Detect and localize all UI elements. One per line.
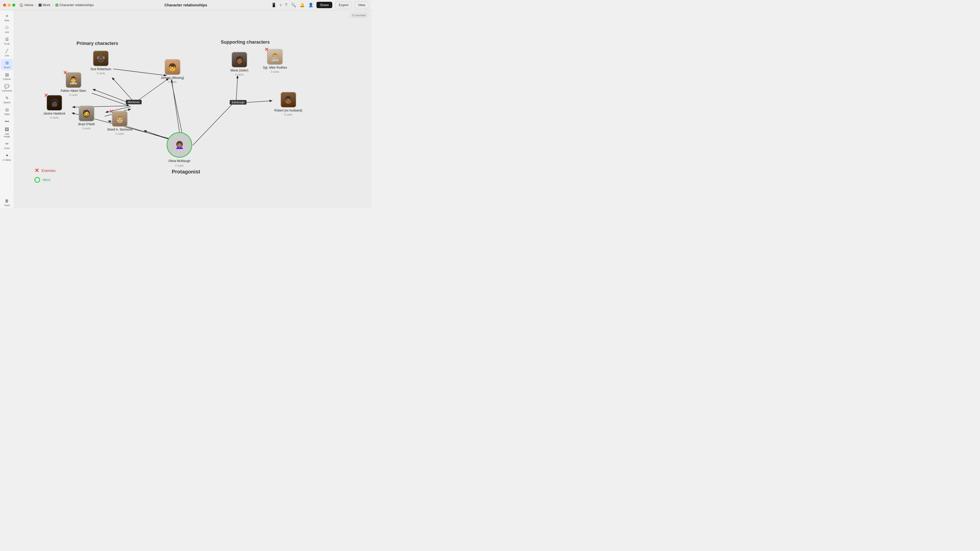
breadcrumb-home[interactable]: 🏠 Home xyxy=(19,3,33,7)
svg-line-2 xyxy=(93,89,130,103)
char-node-robert[interactable]: 👨🏾 Robert (ex husband) 0 cards xyxy=(274,92,302,116)
table-icon: ⊟ xyxy=(5,107,9,112)
share-button[interactable]: Share xyxy=(317,2,332,8)
char-node-maria[interactable]: 👩🏾 Maria (sister) 0 cards xyxy=(231,52,248,76)
char-cards-janine: 0 cards xyxy=(50,116,59,119)
view-button[interactable]: View xyxy=(355,2,369,8)
char-node-brad[interactable]: 🧔 Brad O'Neill 0 cards xyxy=(78,106,95,130)
sidebar-label-add-image: Add image xyxy=(2,133,12,138)
char-node-janine[interactable]: ✕ 👩🏿 Janine Haddock 0 cards xyxy=(43,95,65,119)
sidebar-item-trash[interactable]: 🗑 Trash xyxy=(1,197,13,208)
char-node-olivia[interactable]: 👩🏽‍🦱 Olivia McMaugh 0 cards xyxy=(167,132,192,167)
column-icon: ▤ xyxy=(5,72,9,77)
maximize-button[interactable] xyxy=(12,3,15,6)
bell-icon[interactable]: 🔔 xyxy=(300,3,305,7)
sidebar-item-link[interactable]: ⚇ Link xyxy=(1,24,13,35)
sidebar-label-ai-ideas: AI Ideas xyxy=(3,159,11,161)
breadcrumb-doc[interactable]: Character relationships xyxy=(56,3,94,7)
comment-icon: 💬 xyxy=(4,84,10,89)
legend: ✕ Enemies Hero xyxy=(35,167,56,183)
export-button[interactable]: Export xyxy=(335,2,352,8)
char-cards-maria: 0 cards xyxy=(235,73,244,76)
enemy-marker-janine: ✕ xyxy=(44,92,48,98)
sidebar-label-note: Note xyxy=(4,19,9,22)
sidebar: ≡ Note ⚇ Link ☰ To-do ╱ Line ⊞ Board ▤ C… xyxy=(0,10,14,208)
svg-line-1 xyxy=(112,78,134,102)
legend-enemies: ✕ Enemies xyxy=(35,167,56,174)
more-icon: ••• xyxy=(5,119,9,124)
sidebar-item-add-image[interactable]: 🖼 Add image xyxy=(1,126,13,139)
enemy-marker-albert: ✕ xyxy=(63,70,67,76)
char-node-gus[interactable]: 👴🏿 Gus Robertson 0 cards xyxy=(91,51,111,75)
protagonist-avatar: 👩🏽‍🦱 xyxy=(167,132,192,158)
device-icon[interactable]: 📱 xyxy=(271,3,277,7)
svg-line-3 xyxy=(92,93,129,106)
link-icon: ⚇ xyxy=(5,25,9,30)
char-node-mike[interactable]: ✕ 👨🏼‍⚕️ Sgt. Mike Rodhes 0 cards xyxy=(263,49,287,73)
legend-hero: Hero xyxy=(35,177,56,183)
svg-line-9 xyxy=(172,80,180,135)
char-cards-olivia: 0 cards xyxy=(175,164,184,167)
char-cards-mike: 0 cards xyxy=(271,70,279,73)
line-icon: ╱ xyxy=(6,49,8,54)
search-icon[interactable]: 🔍 xyxy=(291,3,296,7)
char-name-olivia: Olivia McMaugh xyxy=(169,159,190,163)
enemies-icon: ✕ xyxy=(35,167,39,174)
sidebar-item-board[interactable]: ⊞ Board xyxy=(1,59,13,70)
breadcrumb-work[interactable]: Work xyxy=(38,3,50,7)
breadcrumb-home-label: Home xyxy=(24,3,33,7)
add-image-icon: 🖼 xyxy=(5,127,9,132)
char-node-jeremy[interactable]: 👦 Jeremy (Missing) 0 cards xyxy=(161,59,184,83)
char-cards-brad: 0 cards xyxy=(82,127,91,130)
sidebar-item-note[interactable]: ≡ Note xyxy=(1,12,13,23)
note-icon: ≡ xyxy=(6,14,8,18)
sidebar-label-link: Link xyxy=(5,31,9,33)
sidebar-item-column[interactable]: ▤ Column xyxy=(1,71,13,82)
breadcrumb-work-label: Work xyxy=(43,3,50,7)
legend-hero-label: Hero xyxy=(43,178,50,182)
char-node-albert[interactable]: ✕ 👨‍⚕️ Father Albert Stein 0 cards xyxy=(61,72,86,97)
group-supporting-label: Supporting characters xyxy=(221,40,270,45)
notifications-badge: 0 xyxy=(280,3,282,6)
char-name-maria: Maria (sister) xyxy=(231,68,248,72)
minimize-button[interactable] xyxy=(8,3,11,6)
montrose-label: Montrose xyxy=(126,100,142,104)
sidebar-item-comment[interactable]: 💬 Comment xyxy=(1,83,13,94)
profile-icon[interactable]: 👤 xyxy=(308,3,313,7)
svg-line-14 xyxy=(245,101,272,103)
svg-line-8 xyxy=(171,79,183,135)
toolbar-icons: 📱 0 ? 🔍 🔔 👤 xyxy=(271,3,313,7)
traffic-lights xyxy=(3,3,15,6)
sidebar-label-comment: Comment xyxy=(2,89,12,92)
char-name-janine: Janine Haddock xyxy=(43,112,65,115)
sidebar-item-sketch[interactable]: ✎ Sketch xyxy=(1,94,13,105)
sidebar-item-draw[interactable]: ✏ Draw xyxy=(1,140,13,151)
main-canvas[interactable]: 0 Unsorted Primary characters Supporting… xyxy=(14,10,372,208)
sidebar-item-line[interactable]: ╱ Line xyxy=(1,47,13,59)
hero-icon xyxy=(35,177,40,183)
relationship-arrows xyxy=(14,10,372,208)
sidebar-label-line: Line xyxy=(5,54,9,57)
titlebar: 🏠 Home › Work › Character relationships … xyxy=(0,0,372,10)
sidebar-label-column: Column xyxy=(3,78,11,80)
char-name-albert: Father Albert Stein xyxy=(61,89,86,93)
todo-icon: ☰ xyxy=(5,37,9,42)
help-icon[interactable]: ? xyxy=(285,3,287,7)
sidebar-item-more[interactable]: ••• xyxy=(1,118,13,125)
char-name-gus: Gus Robertson xyxy=(91,67,111,71)
char-cards-sherif: 0 cards xyxy=(116,132,124,135)
sidebar-item-todo[interactable]: ☰ To-do xyxy=(1,35,13,47)
char-name-mike: Sgt. Mike Rodhes xyxy=(263,66,287,69)
char-node-sherif[interactable]: ✕ 👨🏼 Sherif A. Simmons 0 cards xyxy=(107,111,132,135)
close-button[interactable] xyxy=(3,3,6,6)
sidebar-item-ai-ideas[interactable]: ✦ AI Ideas xyxy=(1,151,13,163)
svg-line-15 xyxy=(192,103,233,145)
sidebar-item-table[interactable]: ⊟ Table xyxy=(1,106,13,117)
char-cards-albert: 0 cards xyxy=(69,94,78,97)
edinburgh-label: Edinburgh xyxy=(230,100,247,105)
enemy-marker-mike: ✕ xyxy=(264,46,269,52)
char-cards-jeremy: 0 cards xyxy=(168,81,177,83)
char-name-brad: Brad O'Neill xyxy=(78,122,95,126)
page-title: Character relationships xyxy=(164,3,207,7)
legend-enemies-label: Enemies xyxy=(41,168,56,173)
